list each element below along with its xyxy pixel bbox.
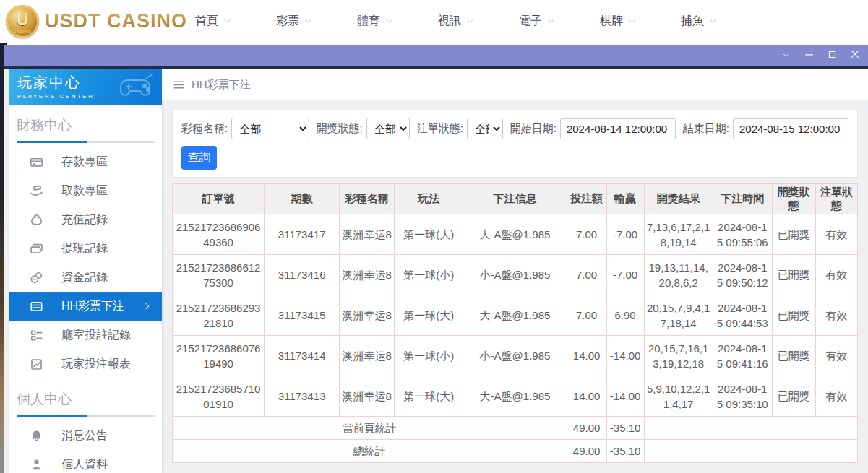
person-icon: [30, 458, 43, 472]
sidebar-item-recharge-record[interactable]: 充值記錄: [9, 205, 162, 234]
nav-item-6[interactable]: 棋牌: [600, 14, 636, 29]
play-type-cell: 第一球(小): [395, 255, 463, 295]
start-date-input[interactable]: [560, 118, 676, 139]
filter-panel: 彩種名稱: 全部 開獎狀態: 全部 注單狀態: 全部: [172, 110, 858, 178]
win-loss-cell: -14.00: [606, 336, 644, 376]
order-no-cell: 2152172368690649360: [173, 214, 265, 255]
nav-item-label: 體育: [357, 14, 380, 29]
nav-item-1[interactable]: 首頁: [195, 14, 231, 29]
sidebar-item-deposit[interactable]: 存款專區: [9, 147, 162, 176]
period-cell: 31173417: [265, 214, 340, 255]
maximize-button[interactable]: [820, 44, 843, 68]
order-status-label: 注單狀態:: [417, 122, 463, 136]
sidebar-item-room-record[interactable]: 廳室投註記錄: [9, 321, 162, 350]
draw-status-cell: 已開獎: [772, 376, 815, 417]
sidebar-item-funds-record[interactable]: 資金記錄: [9, 263, 162, 292]
bet-table-wrap: 訂單號期數彩種名稱玩法下注信息投注額輸贏開獎結果下注時間開獎狀態注單狀態2152…: [172, 183, 858, 463]
end-date-label: 結束日期:: [683, 122, 729, 136]
room-record-icon: [30, 329, 43, 342]
draw-result-cell: 7,13,6,17,2,18,19,14: [644, 214, 713, 255]
col-header-period: 期數: [265, 184, 340, 214]
lottery-name-cell: 澳洲幸运8: [340, 214, 395, 255]
site-logo[interactable]: U CASINO USDT CASINO: [0, 5, 166, 38]
chevron-down-icon: [782, 49, 790, 62]
draw-status-select[interactable]: 全部: [366, 118, 410, 139]
nav-item-5[interactable]: 電子: [519, 14, 555, 29]
sidebar-item-label: 玩家投注報表: [61, 357, 131, 372]
search-button[interactable]: 查詢: [181, 146, 217, 170]
chevron-down-icon: [628, 17, 636, 25]
bet-time-cell: 2024-08-15 09:50:12: [713, 255, 772, 295]
table-row: 215217236862932181031173415澳洲幸运8第一球(大)大-…: [173, 295, 858, 336]
play-type-cell: 第一球(小): [395, 336, 463, 376]
sidebar-item-label: 提現記錄: [61, 241, 108, 256]
col-header-draw-result: 開獎結果: [644, 184, 713, 214]
order-status-cell: 有效: [815, 255, 857, 295]
nav-item-3[interactable]: 體育: [357, 14, 393, 29]
nav-item-2[interactable]: 彩票: [276, 14, 312, 29]
breadcrumb: HH彩票下注: [162, 69, 868, 100]
bet-amount-cell: 7.00: [567, 295, 606, 336]
nav-item-4[interactable]: 視訊: [438, 14, 474, 29]
sidebar-item-label: 資金記錄: [61, 270, 108, 285]
order-no-cell: 2152172368571001910: [173, 376, 265, 417]
bet-info-cell: 小-A盤@1.985: [463, 255, 567, 295]
end-date-input[interactable]: [733, 118, 848, 139]
bet-time-cell: 2024-08-15 09:41:16: [713, 336, 772, 376]
sidebar-item-person[interactable]: 個人資料: [9, 450, 162, 473]
col-header-draw-status: 開獎狀態: [772, 184, 815, 214]
period-cell: 31173414: [265, 336, 340, 376]
chevron-right-icon: [143, 302, 152, 311]
summary-winloss-total: -35.10: [606, 417, 644, 440]
chevron-down-icon: [304, 17, 312, 25]
sidebar-section-title: 財務中心: [9, 105, 162, 141]
lottery-bet-icon: [30, 300, 43, 313]
bet-time-cell: 2024-08-15 09:35:10: [713, 376, 772, 417]
sidebar-item-label: 取款專區: [61, 183, 108, 199]
main-area: HH彩票下注 彩種名稱: 全部 開獎狀態: 全部: [162, 69, 868, 473]
summary-empty: [644, 417, 857, 440]
col-header-bet-amount: 投注額: [567, 184, 606, 214]
hamburger-icon[interactable]: [173, 79, 185, 91]
close-button[interactable]: [843, 44, 867, 68]
lottery-name-cell: 澳洲幸运8: [340, 336, 395, 376]
sidebar-header: 玩家中心 PLAYERS CENTER: [9, 69, 162, 105]
win-loss-cell: -14.00: [606, 376, 644, 417]
sidebar-item-report[interactable]: 玩家投注報表: [9, 350, 162, 378]
nav-item-7[interactable]: 捕魚: [681, 14, 717, 29]
win-loss-cell: -7.00: [606, 255, 644, 295]
coin-letter: U: [17, 10, 29, 30]
period-cell: 31173416: [265, 255, 340, 295]
summary-winloss-total: -35.10: [606, 440, 644, 463]
sidebar: 玩家中心 PLAYERS CENTER 財務中心存款專區取款專區充值記錄提現記錄…: [9, 69, 162, 473]
table-row: 215217236869064936031173417澳洲幸运8第一球(大)大-…: [173, 214, 858, 255]
draw-status-label: 開獎狀態:: [317, 122, 363, 136]
nav-item-label: 電子: [519, 14, 542, 29]
funds-record-icon: [30, 271, 43, 285]
sidebar-item-lottery-bet[interactable]: HH彩票下注: [9, 292, 162, 321]
order-status-cell: 有效: [815, 295, 857, 336]
nav-item-label: 首頁: [195, 14, 218, 29]
collapse-button[interactable]: [774, 44, 797, 68]
deposit-icon: [30, 155, 43, 169]
bell-icon: [30, 429, 43, 443]
nav-item-label: 棋牌: [600, 14, 623, 29]
play-type-cell: 第一球(大): [395, 214, 463, 255]
sidebar-item-withdraw[interactable]: 取款專區: [9, 176, 162, 205]
order-status-select[interactable]: 全部: [467, 118, 503, 139]
sidebar-item-label: 充值記錄: [61, 212, 108, 227]
lottery-name-select[interactable]: 全部: [231, 118, 309, 139]
col-header-play-type: 玩法: [395, 184, 463, 214]
sidebar-item-bell[interactable]: 消息公告: [9, 421, 162, 450]
play-type-cell: 第一球(大): [395, 295, 463, 336]
col-header-order-status: 注單狀態: [815, 184, 857, 214]
period-cell: 31173415: [265, 295, 340, 336]
sidebar-item-withdraw-record[interactable]: 提現記錄: [9, 234, 162, 263]
bet-table: 訂單號期數彩種名稱玩法下注信息投注額輸贏開獎結果下注時間開獎狀態注單狀態2152…: [172, 183, 858, 463]
minimize-button[interactable]: [797, 44, 820, 68]
bet-info-cell: 大-A盤@1.985: [463, 214, 567, 255]
sidebar-section-title: 個人中心: [9, 378, 162, 415]
col-header-win-loss: 輸贏: [606, 184, 644, 214]
bet-amount-cell: 7.00: [567, 214, 606, 255]
gamepad-icon: [119, 71, 156, 103]
